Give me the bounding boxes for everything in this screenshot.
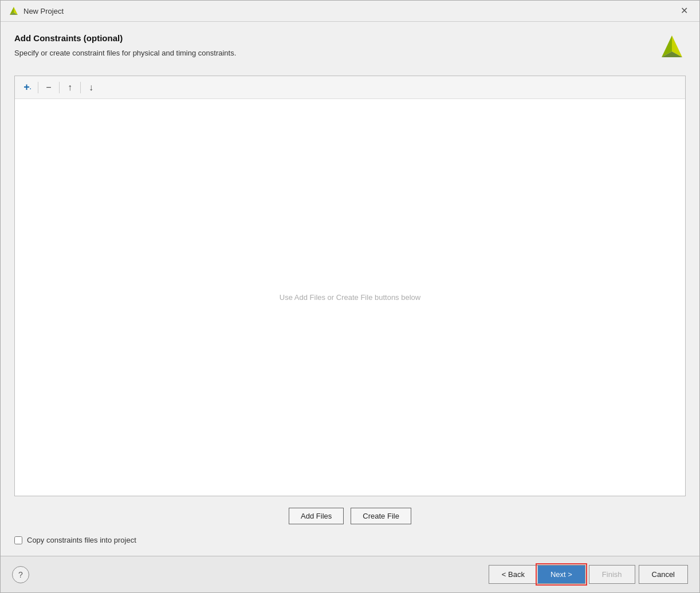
back-next-group: < Back Next >: [489, 565, 585, 584]
help-button[interactable]: ?: [12, 566, 29, 583]
page-subtitle: Specify or create constraint files for p…: [14, 49, 686, 57]
finish-button[interactable]: Finish: [589, 565, 635, 584]
add-file-toolbar-button[interactable]: + .: [19, 80, 36, 95]
move-up-toolbar-button[interactable]: ↑: [62, 81, 78, 94]
toolbar-separator-3: [80, 82, 81, 93]
file-list-area: Use Add Files or Create File buttons bel…: [15, 99, 685, 496]
bottom-bar: ? < Back Next > Finish Cancel: [1, 556, 699, 592]
minus-icon: −: [46, 82, 51, 93]
dialog-window: New Project ✕ Add Constraints (optional)…: [0, 0, 700, 593]
back-button[interactable]: < Back: [489, 566, 537, 583]
page-title: Add Constraints (optional): [14, 33, 686, 43]
empty-list-message: Use Add Files or Create File buttons bel…: [280, 293, 420, 302]
nav-group: < Back Next > Finish Cancel: [489, 565, 688, 584]
toolbar-separator-1: [38, 82, 38, 93]
title-bar-left: New Project: [9, 6, 64, 16]
file-toolbar: + . − ↑ ↓: [15, 76, 685, 99]
arrow-up-icon: ↑: [68, 82, 72, 93]
cancel-button[interactable]: Cancel: [639, 565, 688, 584]
brand-logo-icon: [658, 33, 686, 61]
copy-checkbox-row: Copy constraints files into project: [14, 536, 686, 544]
app-logo-icon: [9, 6, 19, 16]
remove-file-toolbar-button[interactable]: −: [41, 81, 57, 94]
title-bar: New Project ✕: [1, 1, 699, 22]
next-button[interactable]: Next >: [538, 566, 585, 583]
arrow-down-icon: ↓: [89, 82, 93, 93]
create-file-button[interactable]: Create File: [351, 508, 411, 524]
close-button[interactable]: ✕: [677, 5, 691, 17]
next-wrapper: Next >: [538, 566, 585, 583]
plus-icon: +: [23, 81, 30, 93]
copy-constraints-checkbox[interactable]: [14, 536, 22, 544]
add-files-button[interactable]: Add Files: [289, 508, 344, 524]
file-panel: + . − ↑ ↓ Use Add Files or Create File b: [14, 76, 686, 496]
content-area: Add Constraints (optional) Specify or cr…: [1, 22, 699, 556]
plus-sub-icon: .: [30, 84, 32, 90]
action-buttons: Add Files Create File: [14, 508, 686, 524]
toolbar-separator-2: [59, 82, 60, 93]
move-down-toolbar-button[interactable]: ↓: [83, 81, 99, 94]
window-title: New Project: [23, 7, 64, 15]
copy-constraints-label[interactable]: Copy constraints files into project: [27, 536, 136, 544]
